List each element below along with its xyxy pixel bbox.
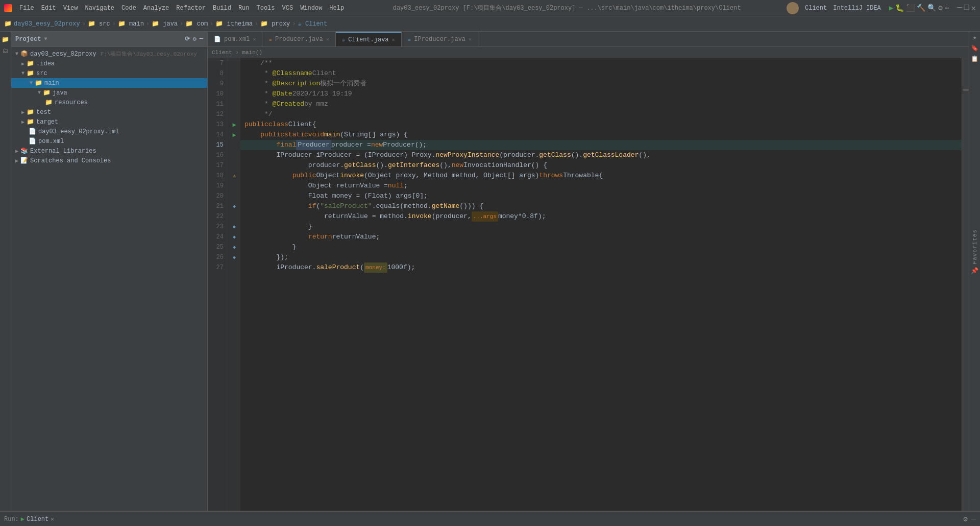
search-button[interactable]: 🔍 [927, 4, 936, 12]
pin-icon[interactable]: 📌 [971, 267, 978, 275]
menu-run[interactable]: Run [235, 4, 253, 13]
code-editor[interactable]: /** * @Classname Client * @Description 模… [240, 58, 962, 511]
more-button[interactable]: ⋯ [945, 4, 949, 12]
nav-com[interactable]: 📁 com [185, 20, 208, 28]
tab-pom[interactable]: 📄 pom.xml ✕ [208, 32, 262, 46]
build-button[interactable]: 🔨 [917, 4, 925, 12]
tree-label-idea: .idea [36, 60, 55, 67]
tab-close-iproducer[interactable]: ✕ [469, 36, 472, 42]
close-button[interactable]: ✕ [971, 3, 976, 13]
run-label: Run: [4, 516, 19, 523]
tree-item-idea[interactable]: 📁 .idea [11, 59, 207, 68]
bottom-tab-bar: Run: ▶ Client ✕ ⚙ — [0, 512, 980, 526]
menu-navigate[interactable]: Navigate [82, 4, 117, 13]
tree-item-ext-libs[interactable]: 📚 External Libraries [11, 146, 207, 156]
ln-14: 14 [208, 130, 224, 140]
menu-tools[interactable]: Tools [254, 4, 278, 13]
code-line-20: Float money = (Float) args[0]; [240, 191, 962, 201]
code-line-16: IProducer iProducer = (IProducer) Proxy.… [240, 150, 962, 160]
scratch-icon: 📝 [20, 157, 28, 164]
nav-proxy[interactable]: 📁 proxy [260, 20, 290, 28]
tree-item-main[interactable]: 📁 main [11, 78, 207, 88]
project-name[interactable]: day03_eesy_02proxy [14, 20, 80, 28]
menu-help[interactable]: Help [326, 4, 347, 13]
profile-image [787, 2, 799, 14]
menu-analyze[interactable]: Analyze [140, 4, 172, 13]
code-line-25: } [240, 242, 962, 252]
nav-java[interactable]: 📁 java [152, 20, 178, 28]
project-tree: 📦 day03_eesy_02proxy F:\项目集合\day03_eesy_… [11, 47, 207, 511]
stop-button[interactable]: ⬛ [906, 4, 915, 12]
tab-bar: 📄 pom.xml ✕ ☕ Producer.java ✕ ☕ Client.j… [208, 32, 969, 47]
right-favorites-panel: ★ 🔖 📋 Favorites 📌 [969, 32, 980, 277]
menu-refactor[interactable]: Refactor [173, 4, 209, 13]
menu-vcs[interactable]: VCS [279, 4, 297, 13]
run-tab-label[interactable]: Client [27, 516, 48, 523]
tree-item-scratches[interactable]: 📝 Scratches and Consoles [11, 156, 207, 165]
tree-label-scratches: Scratches and Consoles [30, 157, 111, 164]
nav-itheima[interactable]: 📁 itheima [215, 20, 253, 28]
gutter-12 [228, 109, 240, 119]
menu-build[interactable]: Build [210, 4, 234, 13]
tree-item-iml[interactable]: 📄 day03_eesy_02proxy.iml [11, 127, 207, 136]
ln-19: 19 [208, 181, 224, 191]
nav-src[interactable]: 📁 src [88, 20, 110, 28]
tab-label-iproducer: IProducer.java [414, 36, 465, 43]
scroll-indicator [963, 89, 969, 91]
gutter-16 [228, 150, 240, 160]
run-button[interactable]: ▶ [889, 4, 893, 12]
gutter-15 [228, 140, 240, 150]
tree-item-root[interactable]: 📦 day03_eesy_02proxy F:\项目集合\day03_eesy_… [11, 49, 207, 59]
tree-item-src[interactable]: 📁 src [11, 68, 207, 78]
tab-close-pom[interactable]: ✕ [253, 36, 256, 42]
tree-item-resources[interactable]: 📁 resources [11, 98, 207, 107]
ln-15: 15 [208, 140, 224, 150]
run-close[interactable]: ✕ [51, 516, 54, 522]
bookmark-icon[interactable]: 🔖 [971, 44, 978, 52]
settings-gear-icon[interactable]: ⚙ [963, 515, 967, 523]
debug-button[interactable]: 🐛 [895, 4, 904, 12]
menu-window[interactable]: Window [297, 4, 325, 13]
minimize-panel-icon[interactable]: — [972, 515, 976, 523]
nav-main[interactable]: 📁 main [118, 20, 144, 28]
menu-file[interactable]: File [16, 4, 37, 13]
breadcrumb-text: Client › main() [212, 50, 262, 56]
gutter-11 [228, 99, 240, 109]
ln-13: 13 [208, 119, 224, 130]
menu-edit[interactable]: Edit [38, 4, 59, 13]
maximize-button[interactable]: □ [964, 3, 969, 13]
tree-item-target[interactable]: 📁 target [11, 117, 207, 127]
tab-client[interactable]: ☕ Client.java ✕ [336, 32, 402, 46]
code-line-9: * @Description 模拟一个消费者 [240, 79, 962, 89]
code-line-23: } [240, 222, 962, 232]
settings-button[interactable]: ⚙ [938, 4, 942, 12]
tree-label-iml: day03_eesy_02proxy.iml [38, 128, 119, 135]
sync-icon[interactable]: ⟳ [185, 35, 190, 43]
dropdown-icon[interactable]: ▼ [44, 36, 47, 42]
tab-label-client: Client.java [348, 36, 388, 43]
structure-icon[interactable]: 🗂 [2, 47, 10, 55]
gutter-9 [228, 79, 240, 89]
code-gutter: ▶ ▶ ⚠ ◆ ◆ ◆ ◆ ◆ [228, 58, 240, 511]
minimize-button[interactable]: — [957, 3, 962, 13]
tree-item-test[interactable]: 📁 test [11, 107, 207, 117]
collapse-icon[interactable]: — [200, 35, 203, 43]
producer-tab-icon: ☕ [268, 36, 272, 42]
arrow-extlibs [15, 148, 18, 154]
event-log-icon[interactable]: 📋 [971, 55, 978, 63]
menu-code[interactable]: Code [118, 4, 139, 13]
ln-26: 26 [208, 252, 224, 262]
favorites-icon[interactable]: ★ [973, 34, 976, 41]
gutter-19 [228, 181, 240, 191]
tree-item-pom[interactable]: 📄 pom.xml [11, 136, 207, 146]
menu-view[interactable]: View [60, 4, 81, 13]
tree-item-java[interactable]: 📁 java [11, 88, 207, 98]
tab-close-client[interactable]: ✕ [392, 37, 395, 43]
cog-icon[interactable]: ⚙ [193, 35, 197, 43]
nav-client[interactable]: ☕ Client [298, 20, 328, 28]
tab-producer[interactable]: ☕ Producer.java ✕ [262, 32, 335, 46]
tab-close-producer[interactable]: ✕ [326, 36, 329, 42]
code-area[interactable]: 7 8 9 10 11 12 13 14 15 16 17 18 19 20 2… [208, 58, 969, 511]
tree-label-target: target [36, 118, 58, 126]
tab-iproducer[interactable]: ☕ IProducer.java ✕ [402, 32, 478, 46]
